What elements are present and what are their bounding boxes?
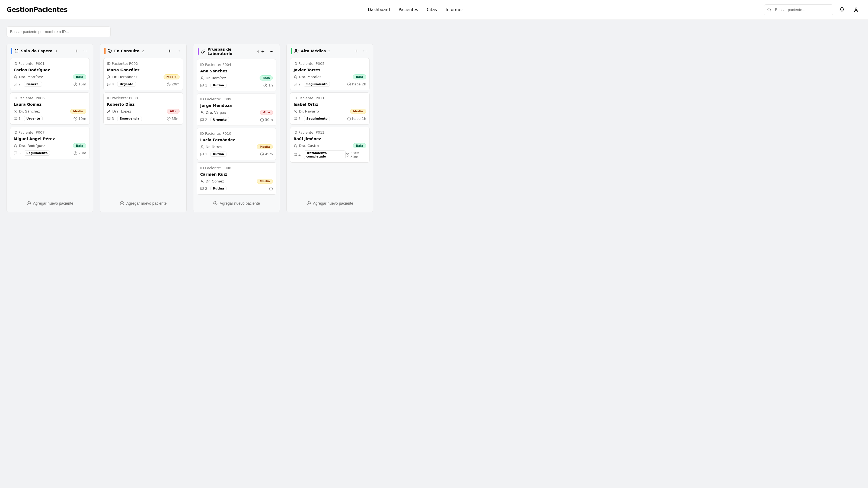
message-icon xyxy=(293,153,297,157)
category-tag: Emergencia xyxy=(117,116,142,121)
column-add-button[interactable] xyxy=(352,47,360,55)
message-icon xyxy=(13,151,18,155)
nav-reports[interactable]: Informes xyxy=(446,7,464,12)
profile-button[interactable] xyxy=(850,4,862,15)
patient-name: Lucía Fernández xyxy=(200,138,273,142)
patient-card[interactable]: ID Paciente: P008 Carmen Ruiz Dr. Gómez … xyxy=(197,162,276,195)
clock-icon xyxy=(269,187,273,191)
assigned-doctor: Dr. Ramírez xyxy=(200,76,226,80)
comment-count: 1 xyxy=(13,117,21,121)
add-patient-button[interactable]: Agregar nuevo paciente xyxy=(103,198,183,209)
patient-id: ID Paciente: P007 xyxy=(13,130,86,134)
patient-name: Jorge Mendoza xyxy=(200,103,273,108)
wait-time: hace 1h xyxy=(347,117,366,121)
patient-card[interactable]: ID Paciente: P003 Roberto Díaz Dra. Lópe… xyxy=(103,93,183,125)
clock-icon xyxy=(73,83,77,86)
userround-icon xyxy=(200,145,204,149)
patient-card[interactable]: ID Paciente: P005 Javier Torres Dra. Mor… xyxy=(290,58,370,90)
patient-card[interactable]: ID Paciente: P011 Isabel Ortiz Dr. Navar… xyxy=(290,93,370,125)
column-more-button[interactable] xyxy=(268,48,275,55)
patient-name: Roberto Díaz xyxy=(107,102,180,106)
patient-name: Carlos Rodríguez xyxy=(13,68,86,72)
userround-icon xyxy=(107,75,111,79)
patient-card[interactable]: ID Paciente: P004 Ana Sánchez Dr. Ramíre… xyxy=(197,59,276,91)
patient-card[interactable]: ID Paciente: P002 María González Dr. Her… xyxy=(103,58,183,90)
wait-time: 20m xyxy=(167,82,180,86)
column-add-button[interactable] xyxy=(72,47,80,55)
category-tag: General xyxy=(24,82,42,87)
clock-icon xyxy=(73,117,77,121)
userround-icon xyxy=(107,109,111,113)
patient-name: Ana Sánchez xyxy=(200,69,273,73)
svg-point-29 xyxy=(201,145,203,147)
assigned-doctor: Dr. Torres xyxy=(200,145,222,149)
userround-icon xyxy=(200,76,204,80)
patient-card[interactable]: ID Paciente: P010 Lucía Fernández Dr. To… xyxy=(197,128,276,160)
column-more-button[interactable] xyxy=(81,47,89,55)
patient-id: ID Paciente: P012 xyxy=(293,130,366,134)
message-icon xyxy=(200,84,204,87)
clock-icon xyxy=(260,118,264,122)
category-tag: Urgente xyxy=(211,117,229,122)
patient-card[interactable]: ID Paciente: P012 Raúl Jiménez Dra. Cast… xyxy=(290,127,370,163)
add-patient-button[interactable]: Agregar nuevo paciente xyxy=(290,198,370,209)
column-add-button[interactable] xyxy=(166,47,173,55)
plus-circle-icon xyxy=(307,201,311,205)
header-search-input[interactable] xyxy=(764,4,833,15)
plus-circle-icon xyxy=(213,201,218,205)
user-check-icon xyxy=(294,49,299,53)
main-content: Sala de Espera 3 ID Paciente: P001 Carlo… xyxy=(0,20,868,225)
category-tag: Rutina xyxy=(211,186,226,191)
add-patient-button[interactable]: Agregar nuevo paciente xyxy=(197,198,276,209)
patient-card[interactable]: ID Paciente: P001 Carlos Rodríguez Dra. … xyxy=(10,58,90,90)
filter-search-input[interactable] xyxy=(6,26,111,37)
svg-point-23 xyxy=(273,51,273,52)
patient-card[interactable]: ID Paciente: P009 Jorge Mendoza Dra. Var… xyxy=(197,94,276,126)
patient-name: Isabel Ortiz xyxy=(293,102,366,106)
column-count: 3 xyxy=(55,49,57,53)
kanban-board: Sala de Espera 3 ID Paciente: P001 Carlo… xyxy=(6,44,862,219)
column-color-bar xyxy=(11,48,12,54)
nav-appointments[interactable]: Citas xyxy=(427,7,437,12)
add-patient-button[interactable]: Agregar nuevo paciente xyxy=(10,198,90,209)
priority-badge: Baja xyxy=(73,143,86,148)
clock-icon xyxy=(167,117,170,121)
clock-icon xyxy=(167,83,170,86)
svg-point-40 xyxy=(294,110,296,111)
nav-patients[interactable]: Pacientes xyxy=(399,7,418,12)
more-icon xyxy=(269,50,274,54)
message-icon xyxy=(293,117,297,121)
plus-icon xyxy=(74,49,79,53)
message-icon xyxy=(293,83,297,86)
comment-count: 2 xyxy=(200,187,207,191)
column-more-button[interactable] xyxy=(361,47,369,55)
message-icon xyxy=(13,117,18,121)
patient-card[interactable]: ID Paciente: P007 Miguel Ángel Pérez Dra… xyxy=(10,127,90,159)
patient-card[interactable]: ID Paciente: P006 Laura Gómez Dr. Sánche… xyxy=(10,93,90,125)
column-more-button[interactable] xyxy=(175,47,182,55)
category-tag: Rutina xyxy=(211,83,226,88)
comment-count: 4 xyxy=(107,82,114,86)
category-tag: Urgente xyxy=(117,82,135,87)
category-tag: Seguimiento xyxy=(24,151,50,156)
column-add-button[interactable] xyxy=(259,48,267,55)
column-discharge: Alta Médica 3 ID Paciente: P005 Javier T… xyxy=(286,44,373,212)
category-tag: Rutina xyxy=(211,152,226,157)
plus-circle-icon xyxy=(120,201,124,205)
notifications-button[interactable] xyxy=(837,4,847,15)
svg-point-42 xyxy=(294,144,296,146)
comment-count: 2 xyxy=(293,82,301,86)
category-tag: Seguimiento xyxy=(304,82,330,87)
priority-badge: Baja xyxy=(353,143,366,148)
stethoscope-icon xyxy=(108,49,112,53)
message-icon xyxy=(200,152,204,156)
wait-time: 20m xyxy=(73,151,86,155)
userround-icon xyxy=(13,75,18,79)
nav-dashboard[interactable]: Dashboard xyxy=(368,7,390,12)
column-title: Sala de Espera xyxy=(21,49,53,53)
plus-icon xyxy=(354,49,358,53)
assigned-doctor: Dr. Sánchez xyxy=(13,109,40,113)
message-icon xyxy=(200,187,204,191)
category-tag: Tratamiento completado xyxy=(304,151,345,159)
column-color-bar xyxy=(291,48,292,54)
